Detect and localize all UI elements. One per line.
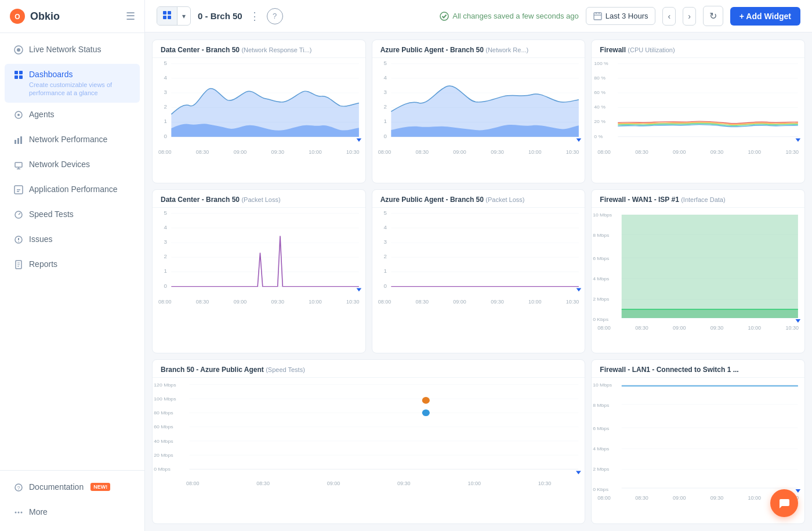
widget-body: 5 4 3 2 1 0 xyxy=(153,58,365,183)
widget-title: Firewall - WAN1 - ISP #1 (Interface Data… xyxy=(600,196,796,204)
sidebar-label-agents: Agents xyxy=(29,110,55,120)
dashboard-grid: Data Center - Branch 50 (Network Respons… xyxy=(145,32,812,531)
widget-azure-branch-packet-loss: Azure Public Agent - Branch 50 (Packet L… xyxy=(372,189,586,354)
widget-title: Data Center - Branch 50 (Packet Loss) xyxy=(161,196,357,204)
sidebar: O Obkio ☰ Live Network Status Dashboards… xyxy=(0,0,145,531)
svg-marker-67 xyxy=(576,139,581,142)
svg-text:4 Mbps: 4 Mbps xyxy=(593,446,609,452)
svg-text:1: 1 xyxy=(383,268,386,273)
sidebar-label-dashboards: Dashboards xyxy=(29,70,130,80)
widget-azure-branch-network-response: Azure Public Agent - Branch 50 (Network … xyxy=(372,39,586,183)
widget-x-axis: 08:0008:3009:0009:3010:0010:30 xyxy=(372,298,585,307)
refresh-button[interactable]: ↻ xyxy=(703,6,723,26)
svg-text:60 %: 60 % xyxy=(594,90,606,95)
svg-text:O: O xyxy=(14,13,20,21)
sidebar-logo-area: O Obkio ☰ xyxy=(0,0,144,33)
view-toggle-button[interactable]: ▾ xyxy=(157,6,191,26)
help-button[interactable]: ? xyxy=(267,8,283,24)
svg-text:80 %: 80 % xyxy=(594,75,606,81)
menu-toggle-button[interactable]: ☰ xyxy=(126,10,135,23)
network-devices-icon xyxy=(14,160,23,172)
widget-x-axis: 08:0008:3009:0009:3010:0010:30 xyxy=(592,148,804,157)
svg-rect-38 xyxy=(594,13,601,20)
time-next-button[interactable]: › xyxy=(683,7,696,26)
sidebar-label-issues: Issues xyxy=(29,234,52,244)
widget-header: Azure Public Agent - Branch 50 (Packet L… xyxy=(372,190,585,208)
svg-text:0 %: 0 % xyxy=(594,134,603,139)
widget-title: Azure Public Agent - Branch 50 (Network … xyxy=(380,46,577,54)
widget-firewall-cpu: Firewall (CPU Utilization) 100 % 80 % 60… xyxy=(591,39,805,183)
dashboard-name-label: 0 - Brch 50 xyxy=(198,11,242,21)
topbar: ▾ 0 - Brch 50 ⋮ ? All changes saved a fe… xyxy=(145,0,812,32)
widget-title: Firewall (CPU Utilization) xyxy=(600,46,796,54)
time-range-button[interactable]: Last 3 Hours xyxy=(586,7,656,25)
svg-text:2: 2 xyxy=(383,104,386,110)
sidebar-item-issues[interactable]: Issues xyxy=(5,229,140,252)
add-widget-button[interactable]: + Add Widget xyxy=(730,7,800,26)
svg-text:2: 2 xyxy=(383,254,386,259)
sidebar-item-reports[interactable]: Reports xyxy=(5,254,140,277)
svg-text:3: 3 xyxy=(383,239,386,244)
widget-title: Firewall - LAN1 - Connected to Switch 1 … xyxy=(600,366,796,374)
sidebar-item-speed-tests[interactable]: Speed Tests xyxy=(5,204,140,227)
svg-rect-13 xyxy=(15,162,22,167)
svg-marker-54 xyxy=(357,139,362,142)
sidebar-item-network-devices[interactable]: Network Devices xyxy=(5,154,140,178)
svg-text:8 Mbps: 8 Mbps xyxy=(593,403,609,409)
svg-text:4: 4 xyxy=(383,75,386,80)
svg-text:20 Mbps: 20 Mbps xyxy=(154,453,173,458)
svg-rect-11 xyxy=(17,138,19,144)
widget-body: 10 Mbps 8 Mbps 6 Mbps 4 Mbps 2 Mbps 0 Kb… xyxy=(592,208,804,353)
svg-text:2: 2 xyxy=(164,254,166,259)
svg-text:2: 2 xyxy=(164,104,166,110)
svg-rect-6 xyxy=(14,75,18,79)
documentation-icon: ? xyxy=(14,483,23,494)
widget-x-axis: 08:0008:3009:0009:3010:0010:30 xyxy=(153,148,365,157)
chat-icon xyxy=(778,497,791,510)
svg-rect-36 xyxy=(168,16,171,19)
widget-x-axis: 08:0008:3009:0009:3010:0010:30 xyxy=(372,148,585,157)
more-icon xyxy=(14,508,23,519)
svg-rect-5 xyxy=(19,71,23,74)
sidebar-item-network-performance[interactable]: Network Performance xyxy=(5,129,140,153)
svg-text:1: 1 xyxy=(164,268,166,273)
svg-rect-33 xyxy=(163,11,166,15)
widget-x-axis: 08:0008:3009:0009:3010:0010:30 xyxy=(592,324,804,333)
widget-header: Data Center - Branch 50 (Packet Loss) xyxy=(153,190,365,208)
svg-text:5: 5 xyxy=(383,60,386,66)
widget-x-axis: 08:0008:3009:0009:3010:0010:30 xyxy=(153,298,365,307)
widget-firewall-wan1: Firewall - WAN1 - ISP #1 (Interface Data… xyxy=(591,189,805,354)
svg-text:1: 1 xyxy=(383,119,386,124)
chat-button[interactable] xyxy=(770,489,798,517)
sidebar-label-documentation: Documentation xyxy=(29,482,84,492)
svg-text:0: 0 xyxy=(383,133,386,139)
svg-marker-106 xyxy=(576,288,581,291)
agents-icon xyxy=(14,110,23,122)
sidebar-item-live-network[interactable]: Live Network Status xyxy=(5,39,140,63)
svg-text:60 Mbps: 60 Mbps xyxy=(154,425,173,429)
widget-header: Data Center - Branch 50 (Network Respons… xyxy=(153,40,365,58)
dashboard-options-button[interactable]: ⋮ xyxy=(249,10,260,23)
save-status: All changes saved a few seconds ago xyxy=(440,12,579,21)
svg-text:40 Mbps: 40 Mbps xyxy=(154,439,173,444)
main-content: ▾ 0 - Brch 50 ⋮ ? All changes saved a fe… xyxy=(145,0,812,531)
svg-point-3 xyxy=(17,48,20,52)
calendar-icon xyxy=(593,12,602,20)
sidebar-item-more[interactable]: More xyxy=(5,501,140,525)
sidebar-label-reports: Reports xyxy=(29,259,57,269)
time-prev-button[interactable]: ‹ xyxy=(662,7,676,26)
network-performance-icon xyxy=(14,135,23,147)
svg-rect-10 xyxy=(14,140,16,144)
sidebar-item-agents[interactable]: Agents xyxy=(5,104,140,128)
widget-body: 5 4 3 2 1 0 08:0008:300 xyxy=(372,208,585,353)
svg-rect-35 xyxy=(163,16,166,19)
sidebar-item-application-performance[interactable]: Application Performance xyxy=(5,179,140,203)
live-network-icon xyxy=(14,45,23,57)
sidebar-item-dashboards[interactable]: Dashboards Create customizable views of … xyxy=(5,64,140,103)
widget-title: Azure Public Agent - Branch 50 (Packet L… xyxy=(380,196,577,204)
add-widget-label: + Add Widget xyxy=(740,12,791,21)
widget-body: 100 % 80 % 60 % 40 % 20 % 0 % xyxy=(592,58,804,183)
sidebar-label-network-performance: Network Performance xyxy=(29,135,107,145)
svg-text:0: 0 xyxy=(383,283,386,288)
sidebar-item-documentation[interactable]: ? Documentation NEW! xyxy=(5,476,140,500)
